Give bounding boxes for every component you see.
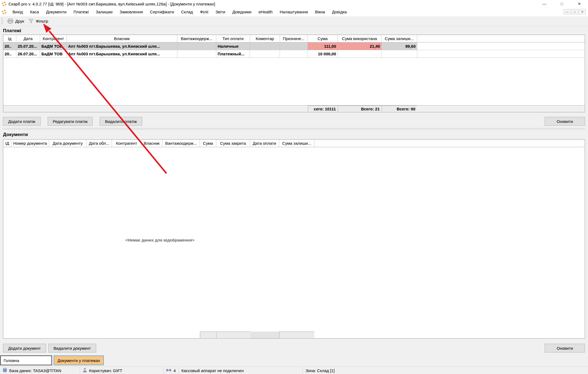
refresh-documents-button[interactable]: Оновити [545, 344, 585, 352]
toolbar: Друк Фільтр [0, 16, 588, 26]
cell-contractor: БаДМ ТОВ [40, 43, 67, 50]
payments-table-row[interactable]: 20.. 26.07.20... БаДМ ТОВ Апт №003 пгт.Б… [3, 50, 585, 58]
cell-id: 20.. [3, 43, 16, 50]
minimize-button[interactable]: — [536, 0, 553, 8]
section-splitter[interactable] [3, 128, 585, 129]
payments-table-row[interactable]: 20.. 25.07.20... БаДМ ТОВ Апт №003 пгт.Б… [3, 43, 585, 50]
payments-totals-row: сего: 10111 Всего: 21 Всего: 90 [3, 105, 585, 112]
mdi-restore-button[interactable]: □ [571, 9, 578, 14]
menu-documents[interactable]: Документи [42, 8, 70, 16]
total-sum-remaining: Всего: 90 [382, 105, 417, 112]
mdi-close-button[interactable]: ✕ [579, 9, 586, 14]
delete-document-button[interactable]: Видалити документ [48, 344, 96, 352]
statusbar-zone: Зона: Склад [1] [303, 367, 337, 374]
cell-sum-used: 21,40 [338, 43, 382, 50]
tab-documents-in-payments[interactable]: Документи у платежах [54, 355, 104, 365]
user-icon [83, 368, 87, 373]
footer-spacer [3, 331, 200, 338]
column-header[interactable]: Призначе... [280, 35, 308, 42]
column-header[interactable]: Дата [16, 35, 40, 42]
status-bar: База даних: TASA3@TITAN Користувач: GIFT [0, 367, 588, 374]
column-header[interactable]: Номер документа [11, 140, 49, 147]
tab-main[interactable]: Головна [0, 355, 52, 365]
cash-register-label: Кассовый аппарат не подключен [181, 368, 244, 373]
add-document-button[interactable]: Додати документ [3, 344, 46, 352]
cell-date: 26.07.20... [16, 50, 40, 58]
menu-settings[interactable]: Налаштування [276, 8, 312, 16]
menu-exit[interactable]: Вихід [9, 8, 26, 16]
menu-orders[interactable]: Замовлення [116, 8, 146, 16]
footer-total-sum [200, 331, 216, 338]
column-header[interactable]: Вантажоодерж... [177, 35, 216, 42]
menu-payments[interactable]: Платежі [70, 8, 92, 16]
menu-windows[interactable]: Вікна [312, 8, 329, 16]
column-header[interactable]: Дата документу [49, 140, 87, 147]
menu-reports[interactable]: Звіти [212, 8, 229, 16]
column-header[interactable]: Сума закрита [216, 140, 250, 147]
column-header[interactable]: Сума [200, 140, 216, 147]
database-label: База даних: TASA3@TITAN [9, 368, 61, 373]
restore-button[interactable]: □ [553, 0, 571, 8]
column-header[interactable]: ІД [3, 140, 11, 147]
payments-grid-empty-area [3, 58, 585, 105]
payments-grid: Ід Дата Контрагент Власник Вантажоодерж.… [3, 35, 585, 112]
empty-state-message: <Немає даних для відображення> [3, 238, 316, 242]
mdi-minimize-button[interactable]: — [563, 9, 571, 14]
column-header[interactable]: Тип оплати [216, 35, 250, 42]
statusbar-cash-register: Кассовый аппарат не подключен [179, 367, 303, 374]
cell-payment-type: Платежный... [216, 50, 250, 58]
column-header[interactable]: Дата оплати [250, 140, 279, 147]
footer-band [200, 331, 315, 338]
title-bar: Скарб pro v. 4.0.2.77 [ІД: 969] - [Апт №… [0, 0, 588, 8]
menu-stock[interactable]: Залишки [92, 8, 116, 16]
column-header[interactable]: Сума залиши... [382, 35, 417, 42]
column-header[interactable]: Ід [3, 35, 16, 42]
cell-sum-used [338, 50, 382, 58]
column-header[interactable]: Вантажоодерж... [162, 140, 200, 147]
app-logo-icon [2, 2, 6, 6]
documents-section-title: Документи [3, 132, 585, 138]
totals-spacer [3, 105, 308, 112]
menu-cash[interactable]: Каса [26, 8, 42, 16]
column-header[interactable]: Контрагент [40, 35, 67, 42]
cell-comment [250, 50, 280, 58]
documents-footer-row [3, 331, 585, 338]
column-header[interactable]: Власник [67, 35, 177, 42]
statusbar-user: Користувач: GIFT [80, 367, 163, 374]
cell-sum: 111,00 [308, 43, 338, 50]
payments-section-title: Платежі [3, 28, 585, 34]
add-payment-button[interactable]: Додати платіж [3, 117, 41, 126]
menu-help[interactable]: Довідка [328, 8, 350, 16]
cell-sum-remaining [382, 50, 417, 58]
delete-payment-button[interactable]: Видалити платіж [100, 117, 142, 126]
cell-sum: 10 000,00 [308, 50, 338, 58]
menu-certificates[interactable]: Сертифікати [147, 8, 178, 16]
column-header[interactable]: Контрагент [112, 140, 141, 147]
menu-warehouse[interactable]: Склад [178, 8, 196, 16]
filter-button[interactable]: Фільтр [26, 18, 50, 25]
documents-grid: ІД Номер документа Дата документу Дата о… [3, 139, 585, 339]
cell-owner: Апт №003 пгт.Барышевка, ул.Киевский шля.… [67, 50, 177, 58]
filter-funnel-icon [28, 19, 34, 23]
print-button[interactable]: Друк [5, 17, 26, 25]
bottom-tabs: Головна Документи у платежах [0, 355, 585, 365]
menu-ehealth[interactable]: eHealth [255, 8, 276, 16]
database-icon [3, 368, 7, 373]
cell-contractor: БаДМ ТОВ [40, 50, 67, 58]
close-button[interactable]: ✕ [571, 0, 588, 8]
menu-directories[interactable]: Довідники [229, 8, 255, 16]
column-header[interactable]: Сума залиши... [279, 140, 315, 147]
edit-payment-button[interactable]: Редагувати платіж [48, 117, 93, 126]
column-header[interactable]: Коментар [250, 35, 280, 42]
print-button-label: Друк [15, 19, 24, 23]
cell-date: 25.07.20... [16, 43, 40, 50]
column-header[interactable]: Дата обл... [87, 140, 112, 147]
footer-total-closed [216, 331, 250, 338]
toolbar-grip [2, 18, 2, 25]
documents-button-row: Додати документ Видалити документ Оновит… [3, 344, 585, 352]
column-header[interactable]: Власник [141, 140, 162, 147]
column-header[interactable]: Сума використана [338, 35, 382, 42]
menu-branches[interactable]: Філії [196, 8, 212, 16]
column-header[interactable]: Сума [308, 35, 338, 42]
refresh-payments-button[interactable]: Оновити [545, 117, 585, 126]
